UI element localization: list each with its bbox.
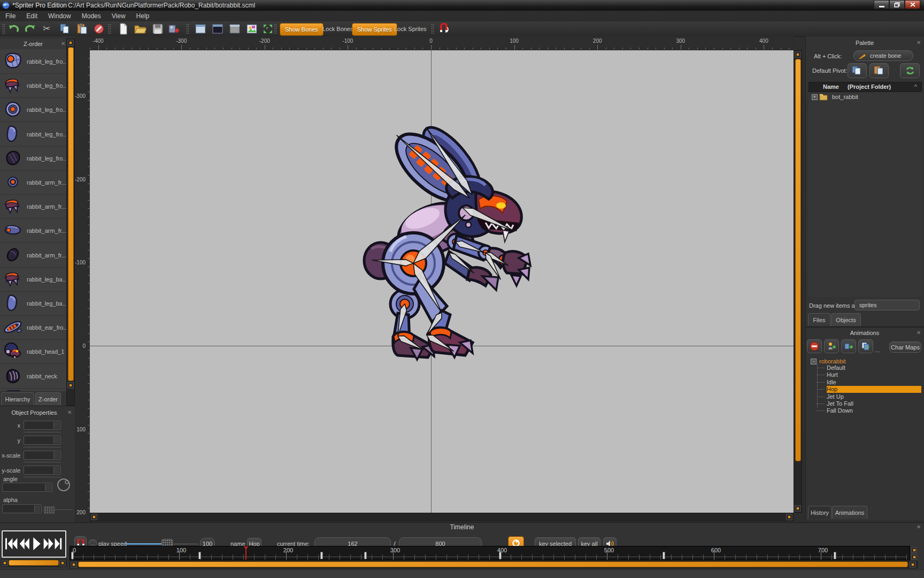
lock-sprites-button[interactable]: Lock Sprites xyxy=(389,23,432,35)
zorder-row[interactable]: rabbit_neck xyxy=(0,364,66,389)
keyframe-marker[interactable] xyxy=(834,552,836,559)
timeline-scroll-up[interactable] xyxy=(911,547,917,553)
canvas-hscroll-right[interactable] xyxy=(786,514,792,520)
keyframe-marker[interactable] xyxy=(198,552,201,559)
alpha-slider-rail[interactable] xyxy=(55,509,73,510)
zorder-row[interactable]: rabbit_arm_fr... xyxy=(0,194,66,219)
view-dark-icon[interactable] xyxy=(212,23,224,35)
drag-items-dropdown[interactable]: sprites xyxy=(854,300,920,310)
object-properties-close-icon[interactable]: ✕ xyxy=(67,409,72,415)
alpha-input[interactable] xyxy=(2,504,42,513)
animations-close-icon[interactable]: ✕ xyxy=(917,330,921,336)
close-button[interactable] xyxy=(905,0,920,9)
duplicate-animation-button[interactable] xyxy=(841,339,856,353)
collapse-box-icon[interactable]: - xyxy=(811,359,817,364)
minimize-button[interactable] xyxy=(874,0,889,9)
canvas-hscroll-left[interactable] xyxy=(91,514,97,520)
root-folder-label[interactable]: bot_rabbit xyxy=(832,94,858,100)
tab-history[interactable]: History xyxy=(808,506,831,519)
zorder-row[interactable]: rabbit_leg_fro... xyxy=(0,97,66,122)
animation-item-fall-down[interactable]: Fall Down xyxy=(827,407,921,414)
y-scale-input[interactable] xyxy=(24,466,61,475)
y-input[interactable] xyxy=(24,436,61,445)
timeline-scroll-left[interactable] xyxy=(71,561,77,568)
view-window-icon[interactable] xyxy=(195,23,206,35)
more-options-button[interactable]: ... xyxy=(875,347,880,353)
menu-item-window[interactable]: Window xyxy=(43,11,76,21)
zorder-row[interactable]: rabbit_leg_fro... xyxy=(0,73,66,98)
play-speed-slider-fill[interactable] xyxy=(125,543,161,545)
keyframe-marker[interactable] xyxy=(499,552,502,559)
paste-icon[interactable] xyxy=(76,23,88,35)
canvas[interactable] xyxy=(90,50,794,513)
palette-close-icon[interactable]: ✕ xyxy=(917,40,921,45)
view-image-icon[interactable] xyxy=(246,23,258,35)
timeline-scroll-down[interactable] xyxy=(911,554,917,560)
create-bone-field[interactable]: create bone xyxy=(853,50,913,61)
undo-icon[interactable] xyxy=(7,23,19,35)
tab-objects[interactable]: Objects xyxy=(831,313,861,326)
tab-hierarchy[interactable]: Hierarchy xyxy=(1,392,34,405)
tab-animations[interactable]: Animations xyxy=(832,506,867,519)
menu-item-modes[interactable]: Modes xyxy=(76,11,106,21)
alpha-slider-grip[interactable] xyxy=(44,506,55,514)
robo-rabbit-sprite[interactable] xyxy=(342,118,535,364)
play-speed-slider-rail[interactable] xyxy=(173,544,198,544)
menu-item-file[interactable]: File xyxy=(0,11,21,21)
timeline-scroll-right[interactable] xyxy=(910,561,916,568)
snap-icon[interactable] xyxy=(438,23,450,35)
playhead-top[interactable] xyxy=(244,546,248,550)
zorder-row-partial[interactable] xyxy=(0,388,66,391)
menu-item-view[interactable]: View xyxy=(106,11,131,21)
show-bones-button[interactable]: Show Bones xyxy=(280,23,324,36)
delete-animation-button[interactable] xyxy=(807,339,822,353)
zorder-scroll-up[interactable] xyxy=(67,40,74,46)
timeline-close-icon[interactable]: ✕ xyxy=(917,524,921,530)
keyframe-marker[interactable] xyxy=(71,552,74,559)
animation-item-idle[interactable]: Idle xyxy=(827,379,921,386)
view-gray-icon[interactable] xyxy=(229,23,241,35)
timeline-ruler[interactable] xyxy=(70,546,910,560)
animation-item-jet-up[interactable]: Jet Up xyxy=(827,393,921,400)
restore-button[interactable] xyxy=(889,0,905,9)
files-tree-header[interactable]: Name (Project Folder) ^ xyxy=(808,82,922,92)
zorder-row[interactable]: rabbit_leg_fro... xyxy=(0,122,66,147)
zorder-row[interactable]: rabbit_head_1 xyxy=(0,339,66,364)
animation-item-default[interactable]: Default xyxy=(827,364,921,371)
copy-icon[interactable] xyxy=(59,23,71,35)
animation-item-hurt[interactable]: Hurt xyxy=(827,371,921,378)
expand-view-icon[interactable] xyxy=(262,23,274,35)
new-file-icon[interactable] xyxy=(118,23,129,35)
pivot-paste-button[interactable] xyxy=(869,63,889,78)
playback-scroll-handle[interactable] xyxy=(9,560,59,566)
keyframe-marker[interactable] xyxy=(364,552,367,559)
keyframe-marker[interactable] xyxy=(320,552,323,559)
menu-item-help[interactable]: Help xyxy=(131,11,155,21)
redo-icon[interactable] xyxy=(25,23,36,35)
delete-icon[interactable] xyxy=(93,23,105,35)
save-icon[interactable] xyxy=(152,23,164,35)
tab-zorder[interactable]: Z-order xyxy=(35,392,61,405)
zorder-scroll-down[interactable] xyxy=(67,382,74,389)
timeline-scroll-handle[interactable] xyxy=(78,561,908,567)
angle-input[interactable] xyxy=(2,483,52,492)
cut-icon[interactable]: ✂ xyxy=(43,23,50,34)
import-icon[interactable] xyxy=(168,23,181,35)
canvas-vscroll-handle[interactable] xyxy=(795,59,801,461)
canvas-vscroll-down[interactable] xyxy=(795,505,801,512)
canvas-hscroll[interactable] xyxy=(90,513,794,521)
playback-scroll-left[interactable] xyxy=(2,560,8,566)
x-input[interactable] xyxy=(24,421,61,430)
animation-item-hop[interactable]: Hop xyxy=(827,386,921,393)
char-maps-button[interactable]: Char Maps xyxy=(889,341,921,353)
tab-files[interactable]: Files xyxy=(808,313,830,326)
angle-dial[interactable] xyxy=(56,477,71,492)
canvas-vscroll-up[interactable] xyxy=(795,51,801,58)
pivot-refresh-button[interactable] xyxy=(900,63,920,78)
zorder-row[interactable]: rabbit_ear_fro... xyxy=(0,315,66,340)
zorder-row[interactable]: rabbit_leg_ba... xyxy=(0,291,66,316)
zorder-row[interactable]: rabbit_arm_fr... xyxy=(0,218,66,243)
x-scale-input[interactable] xyxy=(24,451,61,460)
zorder-scroll-handle[interactable] xyxy=(68,47,74,381)
copy-animation-button[interactable] xyxy=(858,339,873,353)
